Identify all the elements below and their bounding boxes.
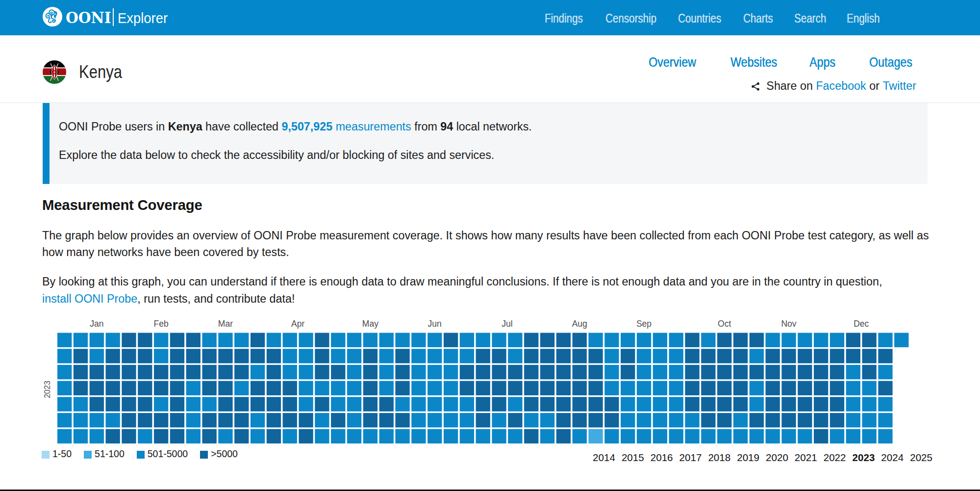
heatmap-cell[interactable] [862, 397, 877, 411]
heatmap-cell[interactable] [476, 381, 490, 395]
heatmap-cell[interactable] [315, 413, 329, 427]
heatmap-cell[interactable] [781, 381, 796, 395]
heatmap-cell[interactable] [717, 333, 731, 347]
inline-link[interactable]: 9,507,925 [282, 120, 333, 133]
heatmap-cell[interactable] [395, 429, 409, 443]
heatmap-cell[interactable] [540, 397, 554, 411]
heatmap-cell[interactable] [283, 397, 297, 411]
heatmap-cell[interactable] [138, 397, 152, 411]
heatmap-cell[interactable] [347, 365, 361, 379]
heatmap-cell[interactable] [573, 333, 587, 347]
heatmap-cell[interactable] [556, 429, 571, 443]
heatmap-cell[interactable] [186, 397, 201, 411]
heatmap-cell[interactable] [669, 429, 683, 443]
heatmap-cell[interactable] [604, 333, 619, 347]
heatmap-cell[interactable] [315, 429, 329, 443]
nav-item-findings[interactable]: Findings [545, 0, 583, 36]
heatmap-cell[interactable] [621, 397, 635, 411]
heatmap-cell[interactable] [685, 333, 699, 347]
heatmap-cell[interactable] [411, 381, 426, 395]
heatmap-cell[interactable] [138, 413, 152, 427]
heatmap-cell[interactable] [476, 397, 490, 411]
heatmap-cell[interactable] [460, 381, 474, 395]
heatmap-cell[interactable] [170, 333, 184, 347]
heatmap-cell[interactable] [411, 365, 426, 379]
heatmap-cell[interactable] [814, 333, 828, 347]
year-option-2018[interactable]: 2018 [708, 453, 730, 463]
heatmap-cell[interactable] [105, 365, 120, 379]
heatmap-cell[interactable] [154, 349, 168, 363]
heatmap-cell[interactable] [267, 349, 281, 363]
heatmap-cell[interactable] [267, 365, 281, 379]
heatmap-cell[interactable] [750, 365, 764, 379]
heatmap-cell[interactable] [685, 381, 699, 395]
heatmap-cell[interactable] [218, 365, 232, 379]
heatmap-cell[interactable] [862, 381, 877, 395]
heatmap-cell[interactable] [798, 381, 812, 395]
heatmap-cell[interactable] [766, 413, 780, 427]
heatmap-cell[interactable] [444, 429, 458, 443]
heatmap-cell[interactable] [299, 381, 313, 395]
heatmap-cell[interactable] [363, 429, 377, 443]
heatmap-cell[interactable] [444, 397, 458, 411]
heatmap-cell[interactable] [379, 365, 394, 379]
heatmap-cell[interactable] [218, 397, 232, 411]
heatmap-cell[interactable] [573, 397, 587, 411]
heatmap-cell[interactable] [573, 349, 587, 363]
heatmap-cell[interactable] [830, 333, 844, 347]
heatmap-cell[interactable] [524, 381, 538, 395]
heatmap-cell[interactable] [411, 397, 426, 411]
heatmap-cell[interactable] [74, 381, 88, 395]
heatmap-cell[interactable] [460, 365, 474, 379]
heatmap-cell[interactable] [299, 333, 313, 347]
heatmap-cell[interactable] [556, 333, 571, 347]
heatmap-cell[interactable] [395, 365, 409, 379]
heatmap-cell[interactable] [74, 413, 88, 427]
heatmap-cell[interactable] [830, 413, 844, 427]
heatmap-cell[interactable] [251, 333, 265, 347]
heatmap-cell[interactable] [781, 429, 796, 443]
heatmap-cell[interactable] [717, 397, 731, 411]
heatmap-cell[interactable] [186, 429, 201, 443]
year-option-2020[interactable]: 2020 [766, 453, 788, 463]
heatmap-cell[interactable] [122, 365, 136, 379]
heatmap-cell[interactable] [57, 429, 72, 443]
heatmap-cell[interactable] [701, 429, 715, 443]
heatmap-cell[interactable] [331, 397, 345, 411]
heatmap-cell[interactable] [524, 349, 538, 363]
inline-link[interactable]: install OONI Probe [42, 292, 137, 305]
heatmap-cell[interactable] [154, 333, 168, 347]
heatmap-cell[interactable] [862, 413, 877, 427]
heatmap-cell[interactable] [604, 365, 619, 379]
heatmap-cell[interactable] [604, 349, 619, 363]
year-option-2025[interactable]: 2025 [910, 453, 932, 463]
year-option-2019[interactable]: 2019 [737, 453, 759, 463]
heatmap-cell[interactable] [170, 413, 184, 427]
heatmap-cell[interactable] [540, 333, 554, 347]
heatmap-cell[interactable] [846, 429, 860, 443]
heatmap-cell[interactable] [57, 397, 72, 411]
heatmap-cell[interactable] [299, 349, 313, 363]
heatmap-cell[interactable] [105, 429, 120, 443]
heatmap-cell[interactable] [395, 381, 409, 395]
heatmap-cell[interactable] [444, 381, 458, 395]
heatmap-cell[interactable] [154, 429, 168, 443]
heatmap-cell[interactable] [57, 413, 72, 427]
heatmap-cell[interactable] [331, 349, 345, 363]
heatmap-cell[interactable] [653, 397, 667, 411]
heatmap-cell[interactable] [476, 333, 490, 347]
heatmap-cell[interactable] [556, 381, 571, 395]
heatmap-cell[interactable] [411, 349, 426, 363]
heatmap-cell[interactable] [814, 429, 828, 443]
heatmap-cell[interactable] [766, 333, 780, 347]
heatmap-cell[interactable] [90, 349, 104, 363]
heatmap-cell[interactable] [267, 397, 281, 411]
heatmap-cell[interactable] [830, 397, 844, 411]
heatmap-cell[interactable] [862, 365, 877, 379]
heatmap-cell[interactable] [604, 397, 619, 411]
nav-item-countries[interactable]: Countries [678, 0, 721, 36]
heatmap-cell[interactable] [733, 381, 748, 395]
heatmap-cell[interactable] [781, 397, 796, 411]
heatmap-cell[interactable] [492, 429, 506, 443]
heatmap-cell[interactable] [588, 381, 603, 395]
